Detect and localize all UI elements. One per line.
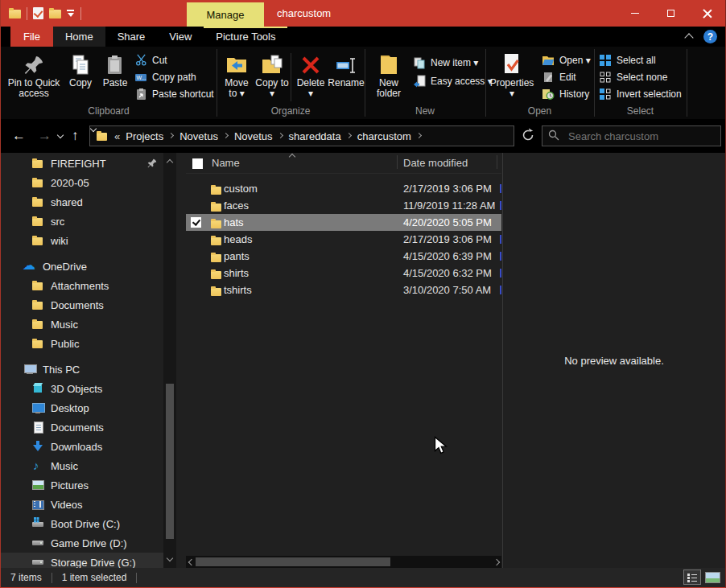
new-folder-button[interactable]: New folder [369, 49, 408, 99]
chevron-right-icon[interactable] [278, 133, 283, 139]
properties-button[interactable]: Properties ▾ [488, 49, 536, 99]
dropdown-icon[interactable] [67, 10, 75, 18]
rename-button[interactable]: Rename [328, 49, 365, 88]
open-button[interactable]: Open ▾ [542, 51, 591, 68]
sidebar-item[interactable]: 2020-05 [1, 173, 163, 192]
horizontal-scrollbar[interactable] [186, 556, 501, 568]
breadcrumb-overflow[interactable]: « [114, 130, 120, 142]
tab-home[interactable]: Home [53, 27, 105, 47]
column-header-name[interactable]: Name [212, 157, 240, 169]
copy-button[interactable]: Copy [64, 49, 97, 88]
address-dropdown-icon[interactable] [501, 133, 508, 139]
contextual-tab-manage[interactable]: Manage [187, 2, 264, 27]
recent-locations-icon[interactable] [57, 133, 64, 139]
checkbox-checked-icon[interactable] [191, 217, 201, 228]
address-bar[interactable]: « Projects Novetus Novetus shareddata ch… [89, 125, 514, 146]
scroll-down-icon[interactable] [167, 557, 173, 561]
select-none-button[interactable]: Select none [599, 68, 682, 85]
folder-icon[interactable] [49, 8, 61, 19]
column-divider[interactable] [497, 155, 497, 169]
chevron-right-icon[interactable] [347, 133, 352, 139]
sidebar-item[interactable]: FIREFIGHT [1, 154, 163, 173]
chevron-right-icon[interactable] [169, 133, 174, 139]
sidebar-item[interactable]: wiki [1, 231, 163, 250]
sidebar-item[interactable]: Attachments [1, 276, 163, 295]
column-header-date-modified[interactable]: Date modified [403, 157, 468, 169]
sidebar-item[interactable]: src [1, 212, 163, 231]
edit-button[interactable]: Edit [542, 68, 591, 85]
up-button[interactable]: ↑ [72, 126, 79, 146]
tab-share[interactable]: Share [105, 27, 158, 47]
sidebar-item[interactable]: Downloads [1, 437, 163, 456]
scrollbar-thumb[interactable] [166, 384, 174, 539]
sidebar-item[interactable]: Videos [1, 495, 163, 514]
scroll-left-icon[interactable] [188, 559, 193, 565]
tab-view[interactable]: View [157, 27, 204, 47]
file-row[interactable]: heads 2/17/2019 3:06 PM [186, 231, 501, 248]
scroll-up-icon[interactable] [167, 159, 173, 164]
back-button[interactable]: ← [12, 126, 26, 146]
chevron-right-icon[interactable] [417, 133, 422, 139]
scroll-right-icon[interactable] [494, 559, 499, 565]
file-row[interactable]: custom 2/17/2019 3:06 PM [186, 180, 501, 197]
copy-path-button[interactable]: W... Copy path [134, 68, 214, 85]
properties-icon[interactable] [33, 7, 43, 19]
copy-to-button[interactable]: Copy to ▾ [255, 49, 289, 99]
sidebar-item[interactable]: Music [1, 315, 163, 334]
sidebar-item[interactable]: Boot Drive (C:) [1, 514, 163, 533]
breadcrumb-segment[interactable]: Novetus [234, 130, 273, 142]
easy-access-button[interactable]: Easy access ▾ [413, 72, 493, 90]
close-button[interactable] [689, 0, 725, 27]
file-row[interactable]: faces 11/9/2019 11:28 AM [186, 197, 501, 214]
thumbnails-view-button[interactable] [705, 572, 720, 583]
history-button[interactable]: History [542, 85, 591, 102]
select-all-checkbox[interactable] [192, 158, 203, 169]
sidebar-item[interactable]: Storage Drive (G:) [1, 553, 163, 568]
column-divider[interactable] [397, 155, 398, 169]
file-row[interactable]: shirts 4/15/2020 6:32 PM [186, 265, 501, 282]
invert-selection-button[interactable]: Invert selection [599, 85, 682, 102]
breadcrumb-segment[interactable]: Projects [126, 130, 163, 142]
tab-file[interactable]: File [10, 27, 53, 47]
sidebar-item[interactable]: Music [1, 456, 163, 475]
move-to-button[interactable]: Move to ▾ [220, 49, 254, 99]
sidebar-item[interactable]: Pictures [1, 475, 163, 495]
paste-button[interactable]: Paste [98, 49, 132, 88]
sidebar-item[interactable]: Public [1, 334, 163, 353]
folder-icon[interactable] [9, 8, 21, 19]
new-item-button[interactable]: New item ▾ [413, 53, 493, 72]
breadcrumb-segment[interactable]: Novetus [179, 130, 218, 142]
delete-button[interactable]: Delete ▾ [294, 49, 328, 99]
file-row[interactable]: hats 4/20/2020 5:05 PM [186, 214, 501, 231]
sidebar-item[interactable]: 3D Objects [1, 379, 163, 398]
sidebar-item[interactable]: Game Drive (D:) [1, 533, 163, 553]
sidebar-item[interactable]: Documents [1, 295, 163, 315]
sidebar-scrollbar[interactable] [163, 153, 176, 568]
help-icon[interactable]: ? [703, 30, 717, 43]
sidebar-item[interactable]: This PC [1, 360, 163, 379]
maximize-button[interactable] [653, 0, 689, 27]
paste-shortcut-button[interactable]: Paste shortcut [134, 85, 214, 102]
minimize-button[interactable] [617, 0, 653, 27]
file-row[interactable]: tshirts 3/10/2020 7:50 AM [186, 282, 501, 298]
tab-picture-tools[interactable]: Picture Tools [204, 27, 287, 47]
file-row[interactable]: pants 4/15/2020 6:39 PM [186, 248, 501, 265]
forward-button[interactable]: → [38, 126, 52, 146]
sidebar-item[interactable]: Desktop [1, 398, 163, 417]
breadcrumb-segment[interactable]: charcustom [357, 130, 411, 142]
collapse-ribbon-icon[interactable] [685, 32, 693, 39]
cut-button[interactable]: Cut [134, 51, 214, 68]
sidebar-item[interactable]: shared [1, 192, 163, 212]
title-bar[interactable]: Manage charcustom [1, 0, 725, 27]
select-all-button[interactable]: Select all [599, 51, 682, 68]
sidebar-item[interactable]: Documents [1, 417, 163, 437]
chevron-right-icon[interactable] [224, 133, 229, 139]
details-view-button[interactable] [683, 569, 701, 585]
scrollbar-thumb[interactable] [196, 557, 390, 566]
search-box[interactable] [542, 125, 721, 146]
sidebar-item[interactable]: OneDrive [1, 257, 163, 276]
pin-to-quick-access-button[interactable]: Pin to Quick access [6, 49, 62, 99]
search-input[interactable] [567, 130, 695, 143]
refresh-button[interactable] [521, 128, 535, 146]
breadcrumb-segment[interactable]: shareddata [289, 130, 341, 142]
